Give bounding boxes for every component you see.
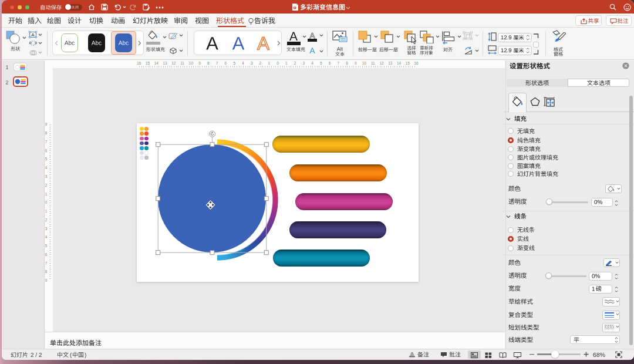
- svg-text:A: A: [31, 32, 35, 38]
